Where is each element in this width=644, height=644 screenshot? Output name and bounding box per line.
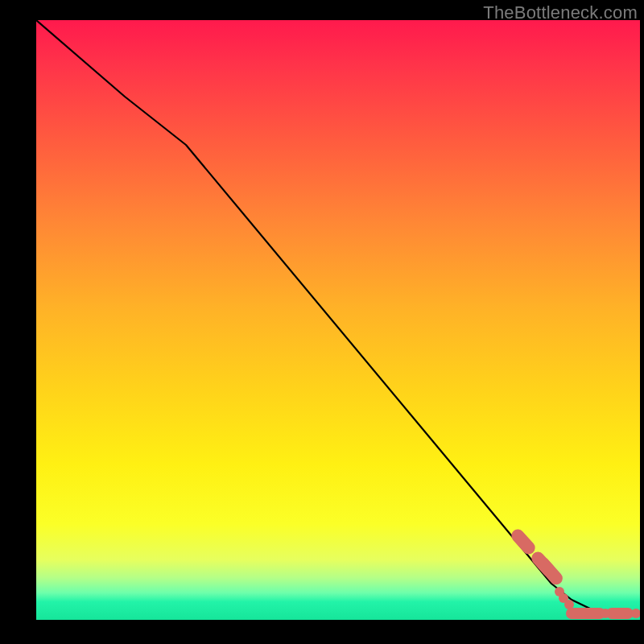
- plot-area: [36, 20, 640, 620]
- bottleneck-curve: [36, 20, 640, 614]
- data-marker: [509, 526, 538, 556]
- data-marker: [606, 608, 634, 619]
- chart-stage: TheBottleneck.com: [0, 0, 644, 644]
- data-marker: [601, 609, 610, 618]
- plot-overlay: [36, 20, 640, 620]
- data-marker: [631, 609, 640, 618]
- marker-group: [509, 526, 640, 619]
- data-marker: [566, 608, 605, 619]
